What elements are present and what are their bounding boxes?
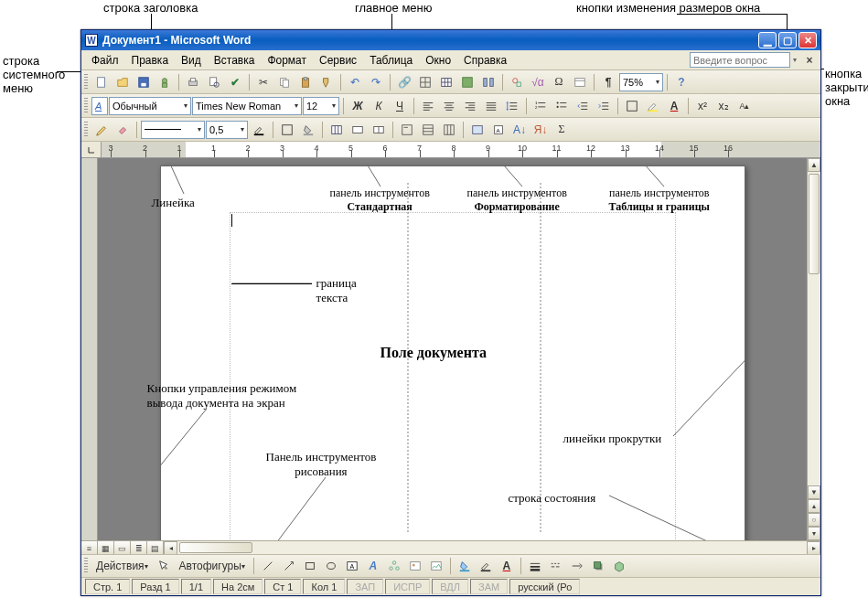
styles-pane-button[interactable]: A [91,97,108,115]
bold-button[interactable]: Ж [348,97,368,115]
maximize-button[interactable]: ▢ [778,32,797,48]
close-button[interactable]: ✕ [798,32,817,48]
insert-excel-button[interactable] [457,73,477,91]
oval-button[interactable] [321,557,341,575]
toolbar-grip-icon[interactable] [84,122,88,138]
toolbar-grip-icon[interactable] [84,74,88,91]
autoformat-button[interactable] [467,121,488,139]
outside-border-button[interactable] [622,97,642,115]
merge-cells-button[interactable] [348,121,368,139]
paste-button[interactable] [295,73,316,91]
outside-border2-button[interactable] [277,121,297,139]
diagram-button[interactable] [384,557,404,575]
ask-question-dropdown-icon[interactable]: ▾ [793,56,797,64]
select-objects-button[interactable] [154,557,174,575]
menu-help[interactable]: Справка [457,52,513,69]
format-painter-button[interactable] [316,73,337,91]
hscroll-thumb[interactable] [179,542,252,553]
font-combo[interactable]: Times New Roman▾ [192,97,302,115]
line-button[interactable] [258,557,278,575]
menu-insert[interactable]: Вставка [208,52,262,69]
numbering-button[interactable]: 12 [530,97,551,115]
permission-button[interactable] [155,73,175,91]
reading-view-button[interactable]: ▤ [147,541,164,555]
drawing-actions-menu[interactable]: Действия ▾ [91,557,153,575]
app-icon[interactable]: W [85,34,98,47]
font-color-button[interactable]: А [664,97,684,115]
normal-view-button[interactable]: ≡ [81,541,98,555]
copy-button[interactable] [274,73,295,91]
shading-color-button[interactable] [298,121,318,139]
menu-view[interactable]: Вид [175,52,208,69]
cut-button[interactable]: ✂ [253,73,273,91]
zoom-combo[interactable]: 75%▾ [619,73,663,91]
dash-style-button[interactable] [546,557,566,575]
bullets-button[interactable] [552,97,572,115]
columns-button[interactable] [478,73,498,91]
save-button[interactable] [134,73,154,91]
help-button[interactable]: ? [671,73,691,91]
drawing-toggle-button[interactable] [507,73,527,91]
line-style-button[interactable] [525,557,545,575]
fill-color-button[interactable] [455,557,475,575]
scroll-right-button[interactable]: ▸ [807,541,820,555]
insert-symbol-button[interactable]: Ω [549,73,569,91]
line-style-combo[interactable]: ▾ [141,121,205,139]
web-view-button[interactable]: ▦ [98,541,114,555]
rectangle-button[interactable] [300,557,320,575]
autoshapes-menu[interactable]: Автофигуры ▾ [175,557,250,575]
status-ext[interactable]: ВДЛ [432,579,468,594]
style-combo[interactable]: Обычный▾ [109,97,191,115]
ask-question-input[interactable] [690,52,790,68]
menu-tools[interactable]: Сервис [313,52,363,69]
highlight-button[interactable] [643,97,663,115]
insert-table-button[interactable] [436,73,456,91]
insert-picture-button[interactable] [426,557,446,575]
line-spacing-button[interactable] [502,97,522,115]
show-paragraph-button[interactable]: ¶ [598,73,618,91]
document-page[interactable]: Линейка панель инструментов Стандартная … [160,165,745,540]
sort-asc-button[interactable]: A↓ [509,121,530,139]
minimize-button[interactable]: ▁ [758,32,777,48]
prev-page-button[interactable]: ▴ [808,499,820,513]
vertical-scrollbar[interactable]: ▲ ▼ ▴ ○ ▾ [807,158,820,540]
select-browse-button[interactable]: ○ [808,513,820,527]
align-center-button[interactable] [439,97,459,115]
increase-indent-button[interactable] [594,97,614,115]
menu-window[interactable]: Окно [419,52,457,69]
wordart-button[interactable]: A [363,557,383,575]
change-text-dir-button[interactable]: А [488,121,509,139]
arrow-style-button[interactable] [567,557,587,575]
show-hide-button2[interactable] [570,73,590,91]
sort-desc-button[interactable]: Я↓ [530,121,551,139]
scroll-up-button[interactable]: ▲ [808,158,820,172]
clipart-button[interactable] [405,557,425,575]
status-track[interactable]: ИСПР [385,579,430,594]
toolbar-grip-icon[interactable] [84,558,88,574]
scroll-thumb[interactable] [809,174,820,274]
split-cells-button[interactable] [369,121,389,139]
document-map-button[interactable]: √α [528,73,548,91]
tab-selector[interactable] [81,142,102,158]
align-cell-button[interactable] [397,121,417,139]
grow-font-button[interactable]: A▴ [734,97,755,115]
italic-button[interactable]: К [369,97,389,115]
menu-file[interactable]: Файл [85,52,125,69]
horizontal-scrollbar[interactable]: ◂ ▸ [164,541,820,554]
vertical-ruler[interactable] [81,158,98,540]
open-button[interactable] [113,73,133,91]
distribute-rows-button[interactable] [418,121,438,139]
tables-borders-button[interactable] [415,73,435,91]
new-doc-button[interactable] [91,73,112,91]
arrow-button[interactable] [279,557,299,575]
menu-format[interactable]: Формат [261,52,313,69]
font-color2-button[interactable]: А [497,557,517,575]
justify-button[interactable] [481,97,501,115]
shadow-button[interactable] [588,557,608,575]
eraser-button[interactable] [113,121,133,139]
scroll-left-button[interactable]: ◂ [164,541,177,555]
print-button[interactable] [183,73,203,91]
align-left-button[interactable] [418,97,438,115]
spellcheck-button[interactable]: ✔ [225,73,245,91]
border-color-button[interactable] [249,121,269,139]
